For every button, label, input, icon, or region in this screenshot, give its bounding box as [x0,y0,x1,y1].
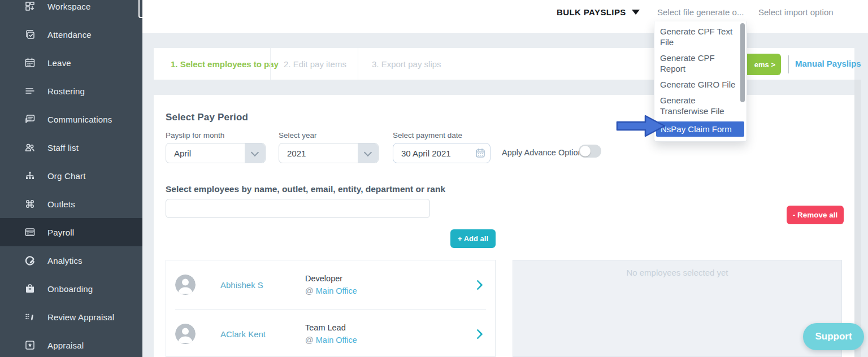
sidebar-item-label: Analytics [47,256,83,265]
staff-list-icon [24,142,36,153]
employee-role: Developer @ Main Office [305,272,474,297]
divider [788,55,789,73]
sidebar-item-communications[interactable]: Communications [0,105,142,133]
org-chart-icon [24,170,36,181]
sidebar-item-staff-list[interactable]: Staff list [0,133,142,162]
sidebar-item-org-chart[interactable]: Org Chart [0,162,142,190]
file-generate-menu: Generate CPF Text File Generate CPF Repo… [654,21,747,142]
calendar-icon [471,147,490,159]
pay-period-heading: Select Pay Period [166,112,248,123]
file-generate-dropdown[interactable]: Select file generate o... [657,7,744,17]
manual-payslips-link[interactable]: Manual Payslips [795,59,861,68]
bulk-payslips-caret-icon[interactable] [632,10,640,15]
employee-location-link[interactable]: Main Office [316,336,357,345]
menu-item-generate-cpf-text-file[interactable]: Generate CPF Text File [654,26,747,47]
employee-list: Abhishek S Developer @ Main Office AClar… [166,260,496,357]
sidebar-item-label: Workspace [47,2,91,11]
communications-icon [24,114,36,125]
import-option-dropdown[interactable]: Select import option [758,7,834,17]
sidebar-item-analytics[interactable]: Analytics [0,246,142,275]
at-sign: @ [305,336,314,345]
sidebar-item-label: Org Chart [47,171,86,181]
annotation-arrow-icon [616,114,667,138]
payment-date-field[interactable]: 30 April 2021 [393,143,491,163]
sidebar-item-rostering[interactable]: Rostering [0,77,142,105]
toggle-knob [580,146,591,156]
employee-name[interactable]: AClark Kent [220,329,305,339]
sidebar-item-label: Rostering [47,86,85,96]
payment-date-value: 30 April 2021 [393,149,471,158]
divider [358,48,358,80]
employee-search-input[interactable] [166,199,430,218]
sidebar-item-review-appraisal[interactable]: Review Appraisal [0,303,142,331]
remove-all-button[interactable]: - Remove all [787,206,844,224]
analytics-icon [24,255,36,266]
divider [270,48,271,80]
chevron-right-icon[interactable] [472,280,483,290]
step-edit-pay-items[interactable]: 2. Edit pay items [284,48,346,80]
outlets-icon [24,198,36,210]
sidebar-item-workspace[interactable]: Workspace [0,0,142,20]
avatar [175,275,196,295]
menu-scrollbar[interactable] [740,23,745,102]
year-label: Select year [279,131,317,140]
month-select-value: April [166,149,245,158]
employee-row[interactable]: Abhishek S Developer @ Main Office [166,260,495,309]
attendance-icon [24,29,36,40]
chevron-down-icon [358,143,378,163]
employee-name[interactable]: Abhishek S [220,280,305,290]
menu-item-generate-giro-file[interactable]: Generate GIRO File [654,79,747,90]
sidebar-item-label: Staff list [47,143,79,153]
sidebar-item-label: Onboarding [47,284,93,294]
payroll-icon [24,227,36,238]
advance-options-toggle[interactable] [579,145,601,158]
leave-calendar-icon [24,57,36,68]
support-button[interactable]: Support [803,323,864,350]
sidebar-item-attendance[interactable]: Attendance [0,20,142,49]
onboarding-icon [24,283,36,294]
select-employees-panel: Select Pay Period Payslip for month Sele… [154,95,854,357]
role-title: Developer [305,274,342,283]
menu-item-nspay-claim-form[interactable]: NsPay Claim Form [656,121,744,137]
sidebar-item-label: Attendance [47,30,92,40]
role-title: Team Lead [305,323,346,332]
sidebar-item-onboarding[interactable]: Onboarding [0,275,142,303]
empty-state-text: No employees selected yet [513,268,841,277]
sidebar-item-label: Leave [47,58,71,68]
menu-item-generate-cpf-report[interactable]: Generate CPF Report [654,53,747,74]
chevron-right-icon[interactable] [472,329,483,339]
sidebar-item-label: Review Appraisal [47,312,114,322]
sidebar-item-label: Appraisal [47,341,84,350]
menu-item-generate-transferwise-file[interactable]: Generate Transferwise File [654,95,747,116]
page-title: BULK PAYSLIPS [557,7,626,17]
sidebar-item-label: Payroll [47,228,74,237]
employee-location-link[interactable]: Main Office [316,286,357,295]
employee-row[interactable]: AClark Kent Team Lead @ Main Office [166,310,495,357]
employee-role: Team Lead @ Main Office [305,321,474,346]
sidebar-item-label: Outlets [47,199,75,209]
month-label: Payslip for month [166,131,224,140]
rostering-icon [24,85,36,97]
workspace-icon [24,1,36,12]
advance-options-label: Apply Advance Options [502,148,587,157]
step-select-employees[interactable]: 1. Select employees to pay [171,48,279,80]
at-sign: @ [305,286,314,295]
date-label: Select payment date [393,131,462,140]
month-select[interactable]: April [166,143,266,163]
employee-search-heading: Select employees by name, outlet, email,… [166,184,445,194]
chevron-down-icon [245,143,265,163]
step-export-pay-slips[interactable]: 3. Export pay slips [372,48,441,80]
year-select-value: 2021 [279,149,358,158]
review-appraisal-icon [24,311,36,323]
sidebar-item-label: Communications [47,115,112,124]
year-select[interactable]: 2021 [279,143,379,163]
sidebar-item-appraisal[interactable]: Appraisal [0,331,142,357]
sidebar-item-leave[interactable]: Leave [0,49,142,77]
add-all-button[interactable]: + Add all [450,229,496,248]
sidebar: Workspace Attendance Leave Rostering Com… [0,0,142,357]
sidebar-item-outlets[interactable]: Outlets [0,190,142,218]
appraisal-icon [24,339,36,351]
selected-employees-panel: No employees selected yet [513,260,842,357]
sidebar-item-payroll[interactable]: Payroll [0,218,142,246]
page-scrollbar[interactable] [854,80,861,357]
